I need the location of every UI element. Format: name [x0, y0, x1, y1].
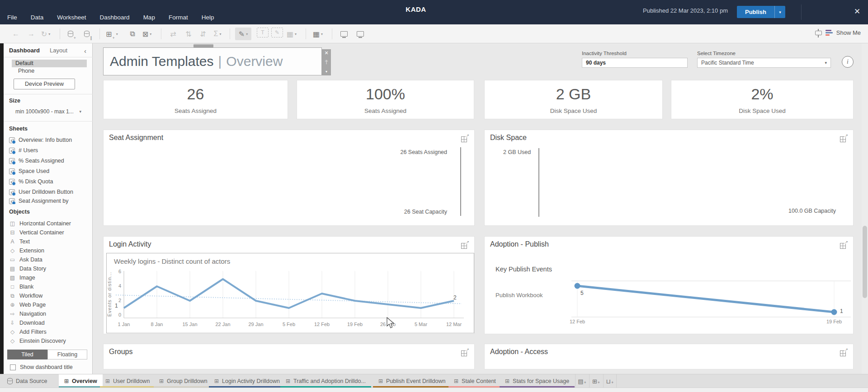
tab-user-drilldown[interactable]: ⊞User Drilldown — [100, 374, 155, 388]
annotate-icon[interactable]: ✎ — [271, 28, 283, 37]
kpi-seats-assigned-count[interactable]: 26 Seats Assigned — [103, 80, 288, 119]
remove-widget-icon[interactable]: ✕ — [324, 50, 328, 56]
sheet-item[interactable]: % Seats Assigned — [9, 156, 90, 165]
vertical-scrollbar[interactable] — [862, 43, 868, 374]
show-hide-cards-icon[interactable]: ▦▾ — [312, 28, 324, 40]
sheet-item[interactable]: % Disk Quota — [9, 177, 90, 186]
show-me-label[interactable]: Show Me — [836, 29, 861, 36]
inactivity-threshold-input[interactable]: 90 days — [582, 58, 688, 68]
floating-toggle[interactable]: Floating — [47, 350, 87, 359]
object-download[interactable]: ⇩Download — [9, 319, 91, 327]
go-to-sheet-icon[interactable] — [461, 136, 467, 142]
device-preview-button[interactable]: Device Preview — [14, 79, 75, 89]
dashboard-title-widget[interactable]: Admin Templates | Overview — [103, 47, 322, 75]
new-data-source-icon[interactable]: + — [66, 28, 78, 40]
sheet-item[interactable]: Space Used — [9, 167, 90, 176]
show-mark-labels-icon[interactable]: T — [257, 28, 269, 37]
swap-axes-icon[interactable]: ⇄ — [167, 28, 179, 40]
object-ask-data[interactable]: ▭Ask Data — [9, 256, 91, 264]
menu-dashboard[interactable]: Dashboard — [99, 12, 131, 23]
tab-layout[interactable]: Layout — [50, 47, 67, 54]
new-worksheet-tab-button[interactable]: ▤+ — [575, 374, 589, 388]
close-icon[interactable]: ✕ — [852, 7, 863, 16]
object-extension[interactable]: ◇Extension — [9, 247, 91, 255]
go-to-sheet-icon[interactable] — [840, 136, 846, 142]
pen-glyph: ✎ — [239, 30, 245, 38]
device-default-item[interactable]: Default — [12, 60, 87, 67]
pin-icon[interactable]: ⍑ — [325, 60, 328, 65]
tab-stale-content[interactable]: ⊞Stale Content — [448, 374, 501, 388]
menu-map[interactable]: Map — [142, 12, 156, 23]
presentation-mode-icon[interactable] — [338, 28, 350, 40]
go-to-sheet-icon[interactable] — [461, 243, 467, 249]
collapse-pane-icon[interactable]: ‹ — [84, 47, 86, 55]
redo-icon[interactable]: ↻▾ — [40, 28, 52, 40]
data-cylinder-icon — [84, 31, 90, 37]
object-data-story[interactable]: ▤Data Story — [9, 265, 91, 273]
publish-button-label[interactable]: Publish — [737, 6, 774, 18]
totals-icon[interactable]: Σ▾ — [212, 28, 223, 40]
menu-format[interactable]: Format — [168, 12, 189, 23]
tab-group-drilldown[interactable]: ⊞Group Drilldown — [154, 374, 213, 388]
menu-help[interactable]: Help — [201, 12, 215, 23]
menu-worksheet[interactable]: Worksheet — [56, 12, 87, 23]
object-einstein-discovery[interactable]: ◇Einstein Discovery — [9, 337, 91, 345]
size-dropdown[interactable]: min 1000x900 - max 1... ▾ — [15, 108, 81, 115]
object-workflow[interactable]: ⧉Workflow — [9, 292, 91, 300]
menu-data[interactable]: Data — [30, 12, 45, 23]
cell-borders-icon[interactable]: ▦▾ — [286, 28, 297, 40]
pause-auto-updates-icon[interactable]: ∥ — [82, 28, 94, 40]
publish-button[interactable]: Publish ▾ — [737, 6, 785, 18]
show-dashboard-title-checkbox[interactable] — [10, 364, 16, 370]
go-to-sheet-icon[interactable] — [840, 350, 846, 356]
device-phone-item[interactable]: Phone — [18, 67, 34, 75]
object-blank[interactable]: □Blank — [9, 283, 91, 291]
adoption-publish-line-chart[interactable] — [571, 276, 854, 320]
tab-traffic-adoption-drilldown[interactable]: ⊞Traffic and Adoption Drilldo... — [280, 374, 371, 388]
tab-login-activity-drilldown[interactable]: ⊞Login Activity Drilldown — [209, 374, 285, 388]
go-to-sheet-icon[interactable] — [840, 243, 846, 249]
sort-descending-icon[interactable]: ⇵ — [197, 28, 209, 40]
object-add-filters[interactable]: ◇Add Filters — [9, 328, 91, 336]
kpi-disk-space-pct[interactable]: 2% Disk Space Used — [671, 80, 854, 119]
info-button[interactable]: i — [842, 56, 854, 68]
sheet-item[interactable]: # Users — [9, 146, 90, 155]
login-activity-line-chart[interactable] — [111, 268, 468, 321]
sheet-item[interactable]: Seat Assignment by — [9, 198, 90, 204]
widget-menu-caret-icon[interactable]: ▾ — [326, 69, 327, 75]
sheet-item[interactable]: Overview: Info button — [9, 135, 90, 145]
kpi-disk-space-used[interactable]: 2 GB Disk Space Used — [484, 80, 663, 119]
new-worksheet-icon[interactable]: ⊞+▾ — [106, 28, 118, 40]
clear-sheet-icon[interactable]: ⊠▾ — [141, 28, 153, 40]
sort-ascending-icon[interactable]: ⇅ — [183, 28, 194, 40]
show-me-icon[interactable] — [826, 30, 833, 36]
worksheet-icon — [9, 158, 15, 164]
tab-stats-for-space-usage[interactable]: ⊞Stats for Space Usage — [500, 374, 575, 388]
object-horizontal-container[interactable]: ◫Horizontal Container — [9, 219, 91, 228]
back-icon[interactable]: ← — [10, 28, 22, 40]
timezone-dropdown[interactable]: Pacific Standard Time ▾ — [697, 58, 831, 68]
kpi-seats-assigned-pct[interactable]: 100% Seats Assigned — [297, 80, 474, 119]
presentation-easel-icon[interactable] — [815, 31, 822, 35]
object-text[interactable]: AText — [9, 238, 91, 246]
highlight-icon[interactable]: ✎▾ — [235, 28, 251, 40]
new-dashboard-tab-button[interactable]: ⊞+ — [589, 374, 603, 388]
go-to-sheet-icon[interactable] — [461, 350, 467, 356]
tiled-toggle[interactable]: Tiled — [7, 350, 47, 359]
object-vertical-container[interactable]: ⊟Vertical Container — [9, 229, 91, 237]
publish-dropdown-caret-icon[interactable]: ▾ — [774, 6, 785, 18]
scrollbar-thumb[interactable] — [863, 226, 867, 298]
menu-file[interactable]: File — [6, 12, 18, 23]
tab-data-source[interactable]: Data Source — [2, 374, 52, 388]
forward-icon[interactable]: → — [25, 28, 37, 40]
duplicate-sheet-icon[interactable]: ⧉ — [127, 28, 138, 40]
device-designer-icon[interactable] — [354, 28, 366, 40]
object-navigation[interactable]: ⇨Navigation — [9, 310, 91, 318]
new-story-tab-button[interactable]: ⊔+ — [603, 374, 617, 388]
object-image[interactable]: ▧Image — [9, 274, 91, 282]
tab-dashboard[interactable]: Dashboard — [9, 47, 40, 54]
tab-overview[interactable]: ⊞Overview — [59, 374, 103, 388]
sheet-item[interactable]: User Drilldown Button — [9, 187, 90, 196]
object-web-page[interactable]: ⊕Web Page — [9, 301, 91, 309]
tab-publish-event-drilldown[interactable]: ⊞Publish Event Drilldown — [373, 374, 451, 388]
